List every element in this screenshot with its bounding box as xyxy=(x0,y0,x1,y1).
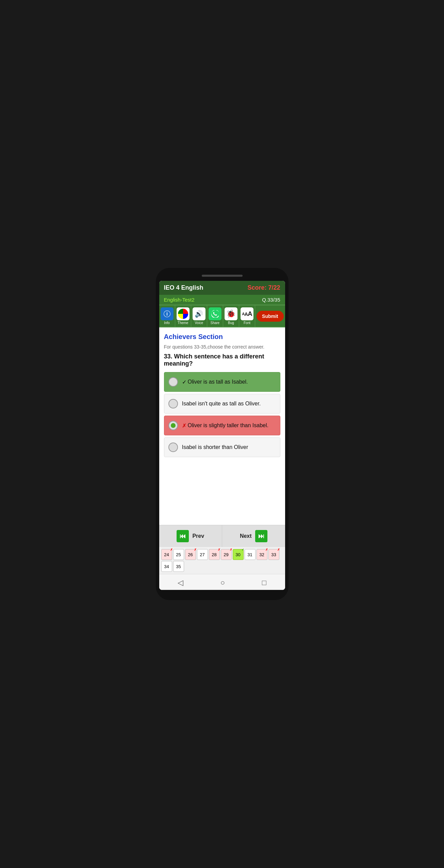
prev-button[interactable]: ⏮ Prev xyxy=(159,525,223,547)
page-num-31[interactable]: 31 xyxy=(245,549,256,560)
font-label: Font xyxy=(244,321,250,325)
radio-b xyxy=(168,399,178,408)
page-num-35[interactable]: 35 xyxy=(173,561,184,572)
score-display: Score: 7/22 xyxy=(247,284,280,291)
recent-icon[interactable]: □ xyxy=(262,578,266,587)
radio-c xyxy=(168,421,178,430)
page-num-25[interactable]: 25 xyxy=(173,549,184,560)
page-num-29[interactable]: 29✗ xyxy=(221,549,232,560)
prev-arrow-icon: ⏮ xyxy=(177,530,189,542)
next-arrow-icon: ⏭ xyxy=(255,530,267,542)
share-label: Share xyxy=(210,321,219,325)
mark-a: ✓ xyxy=(182,379,186,385)
page-num-24[interactable]: 24✗ xyxy=(161,549,172,560)
share-icon xyxy=(209,307,221,320)
option-a[interactable]: ✓ Oliver is as tall as Isabel. xyxy=(164,372,280,392)
content-area: Achievers Section For questions 33-35,ch… xyxy=(159,327,285,525)
option-b[interactable]: Isabel isn't quite as tall as Oliver. xyxy=(164,394,280,414)
voice-label: Voice xyxy=(195,321,203,325)
page-num-32[interactable]: 32✗ xyxy=(257,549,267,560)
app-title: IEO 4 English xyxy=(164,284,203,291)
option-c[interactable]: ✗ Oliver is slightly taller than Isabel. xyxy=(164,416,280,435)
theme-icon xyxy=(177,307,190,320)
navigation-row: ⏮ Prev Next ⏭ xyxy=(159,525,285,547)
test-subtitle: English-Test2 xyxy=(164,297,195,303)
question-text: 33. Which sentence has a different meani… xyxy=(164,353,280,367)
option-d[interactable]: Isabel is shorter than Oliver xyxy=(164,437,280,457)
bug-label: Bug xyxy=(228,321,234,325)
info-icon: i xyxy=(161,307,174,320)
home-icon[interactable]: ○ xyxy=(220,578,225,587)
option-d-text: Isabel is shorter than Oliver xyxy=(182,444,248,450)
toolbar-info[interactable]: i Info xyxy=(159,305,175,327)
page-num-28[interactable]: 28✗ xyxy=(209,549,220,560)
back-icon[interactable]: ◁ xyxy=(178,578,183,587)
toolbar-theme[interactable]: Theme xyxy=(175,305,191,327)
option-c-text: Oliver is slightly taller than Isabel. xyxy=(188,422,268,429)
bug-icon: 🐞 xyxy=(225,307,237,320)
radio-a xyxy=(168,377,178,387)
next-button[interactable]: Next ⏭ xyxy=(222,525,285,547)
font-icon: AAA xyxy=(241,307,253,320)
submit-button[interactable]: Submit xyxy=(257,311,283,322)
info-label: Info xyxy=(164,321,170,325)
question-number: Q.33/35 xyxy=(262,297,280,303)
toolbar-font[interactable]: AAA Font xyxy=(239,305,255,327)
page-num-30[interactable]: 30✓ xyxy=(233,549,244,560)
instruction-text: For questions 33-35,choose the correct a… xyxy=(164,344,280,350)
svg-text:i: i xyxy=(166,311,168,317)
page-numbers-row: 24✗2526✗2728✗29✗30✓3132✗33✗3435 xyxy=(159,547,285,574)
option-b-text: Isabel isn't quite as tall as Oliver. xyxy=(182,401,261,407)
theme-label: Theme xyxy=(178,321,188,325)
page-num-26[interactable]: 26✗ xyxy=(185,549,196,560)
option-a-text: Oliver is as tall as Isabel. xyxy=(188,379,248,385)
page-num-27[interactable]: 27 xyxy=(197,549,208,560)
section-title: Achievers Section xyxy=(164,333,280,341)
radio-d xyxy=(168,443,178,452)
page-num-34[interactable]: 34 xyxy=(161,561,172,572)
next-label: Next xyxy=(240,533,252,539)
toolbar-voice[interactable]: 🔊 Voice xyxy=(191,305,207,327)
toolbar-bug[interactable]: 🐞 Bug xyxy=(223,305,239,327)
toolbar: i Info Theme 🔊 Voice xyxy=(159,305,285,327)
bottom-nav: ◁ ○ □ xyxy=(159,574,285,590)
toolbar-share[interactable]: Share xyxy=(207,305,223,327)
voice-icon: 🔊 xyxy=(193,307,205,320)
mark-c: ✗ xyxy=(182,422,186,429)
prev-label: Prev xyxy=(192,533,204,539)
submit-button-container: Submit xyxy=(255,305,285,327)
page-num-33[interactable]: 33✗ xyxy=(268,549,279,560)
